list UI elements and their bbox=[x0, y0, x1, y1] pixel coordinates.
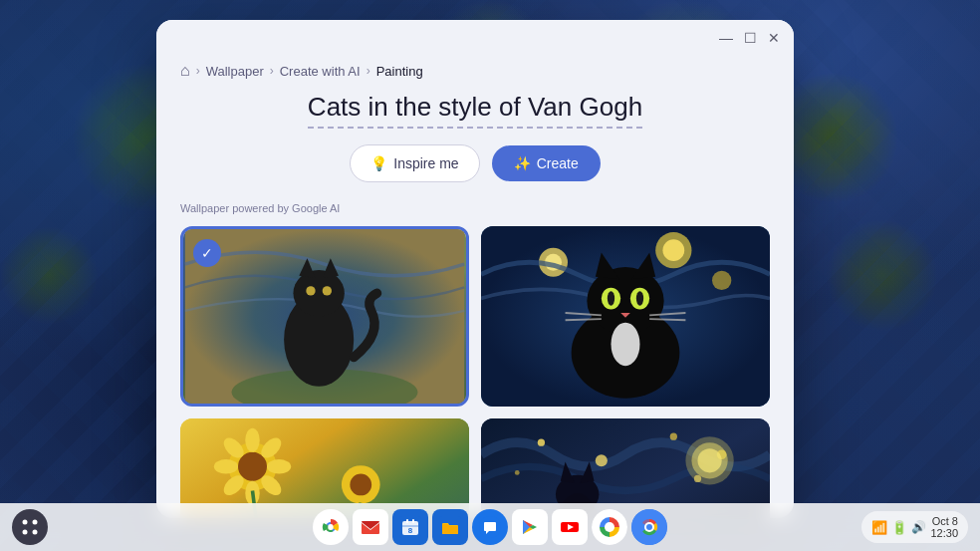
title-bar: — ☐ ✕ bbox=[156, 20, 794, 56]
breadcrumb-painting: Painting bbox=[376, 64, 423, 79]
create-button[interactable]: ✨ Create bbox=[492, 145, 601, 181]
taskbar-left bbox=[12, 509, 48, 545]
tasks-icon[interactable]: 8 bbox=[392, 509, 428, 545]
ai-prompt-title: Cats in the style of Van Gogh bbox=[308, 92, 642, 129]
svg-point-3 bbox=[293, 270, 344, 317]
launcher-button[interactable] bbox=[12, 509, 48, 545]
battery-icon: 🔋 bbox=[891, 520, 907, 535]
create-label: Create bbox=[537, 155, 579, 171]
gmail-icon[interactable] bbox=[353, 509, 388, 545]
svg-point-57 bbox=[23, 520, 28, 525]
svg-point-7 bbox=[323, 286, 332, 295]
system-tray: 📶 🔋 🔊 Oct 8 12:30 bbox=[861, 511, 968, 543]
svg-rect-68 bbox=[412, 519, 414, 523]
close-button[interactable]: ✕ bbox=[766, 30, 782, 46]
inspire-icon: 💡 bbox=[370, 155, 387, 171]
chromeos-icon[interactable] bbox=[631, 509, 667, 545]
breadcrumb-sep-3: › bbox=[367, 64, 370, 78]
svg-text:8: 8 bbox=[408, 526, 413, 535]
inspire-me-button[interactable]: 💡 Inspire me bbox=[350, 144, 479, 182]
svg-line-25 bbox=[649, 319, 685, 320]
taskbar-center: 8 bbox=[313, 509, 667, 545]
photos-icon[interactable] bbox=[592, 509, 627, 545]
svg-point-45 bbox=[596, 455, 608, 467]
maximize-button[interactable]: ☐ bbox=[742, 30, 758, 46]
inspire-label: Inspire me bbox=[393, 155, 458, 171]
svg-point-21 bbox=[636, 291, 643, 306]
svg-point-26 bbox=[612, 323, 640, 367]
chat-icon[interactable] bbox=[472, 509, 508, 545]
svg-point-59 bbox=[23, 530, 28, 535]
svg-point-6 bbox=[306, 286, 315, 295]
svg-point-12 bbox=[662, 239, 684, 261]
svg-point-36 bbox=[214, 459, 238, 474]
search-area: Cats in the style of Van Gogh 💡 Inspire … bbox=[180, 92, 770, 182]
cat-painting-1 bbox=[183, 229, 466, 404]
wallpaper-grid: ✓ bbox=[180, 226, 770, 518]
breadcrumb-sep-1: › bbox=[196, 64, 200, 78]
breadcrumb-create-with-ai[interactable]: Create with AI bbox=[280, 64, 361, 79]
ai-title-container: Cats in the style of Van Gogh bbox=[308, 92, 642, 129]
svg-point-30 bbox=[245, 428, 260, 452]
cat-painting-2 bbox=[481, 226, 770, 407]
action-buttons: 💡 Inspire me ✨ Create bbox=[350, 144, 600, 182]
wallpaper-item-1[interactable]: ✓ bbox=[180, 226, 469, 407]
powered-by-label: Wallpaper powered by Google AI bbox=[180, 202, 770, 214]
svg-point-77 bbox=[605, 522, 614, 532]
svg-point-48 bbox=[515, 470, 520, 475]
selected-checkmark: ✓ bbox=[193, 239, 221, 267]
files-icon[interactable] bbox=[432, 509, 468, 545]
svg-point-39 bbox=[350, 474, 371, 496]
create-icon: ✨ bbox=[514, 155, 531, 171]
main-content: Cats in the style of Van Gogh 💡 Inspire … bbox=[156, 92, 794, 518]
svg-point-46 bbox=[670, 433, 677, 440]
time-display: 12:30 bbox=[930, 527, 958, 539]
status-pill[interactable]: 📶 🔋 🔊 Oct 8 12:30 bbox=[861, 511, 968, 543]
svg-point-29 bbox=[238, 452, 267, 481]
svg-point-56 bbox=[698, 448, 722, 472]
sound-icon: 🔊 bbox=[911, 520, 926, 534]
play-store-icon[interactable] bbox=[512, 509, 548, 545]
breadcrumb: ⌂ › Wallpaper › Create with AI › Paintin… bbox=[156, 56, 794, 92]
breadcrumb-wallpaper[interactable]: Wallpaper bbox=[206, 64, 264, 79]
minimize-button[interactable]: — bbox=[718, 30, 734, 46]
chrome-icon[interactable] bbox=[313, 509, 349, 545]
svg-point-60 bbox=[33, 530, 38, 535]
svg-rect-67 bbox=[406, 519, 408, 523]
app-window: — ☐ ✕ ⌂ › Wallpaper › Create with AI › P… bbox=[156, 20, 794, 518]
date-display: Oct 8 bbox=[932, 515, 958, 527]
svg-point-32 bbox=[267, 459, 291, 474]
breadcrumb-sep-2: › bbox=[270, 64, 274, 78]
svg-point-63 bbox=[328, 524, 334, 530]
taskbar: 8 bbox=[0, 503, 980, 551]
youtube-icon[interactable] bbox=[552, 509, 588, 545]
svg-point-58 bbox=[33, 520, 38, 525]
svg-point-13 bbox=[712, 271, 731, 290]
svg-point-80 bbox=[646, 524, 652, 530]
svg-point-20 bbox=[608, 291, 614, 306]
svg-line-23 bbox=[566, 319, 602, 320]
network-icon: 📶 bbox=[871, 520, 887, 535]
wallpaper-item-2[interactable] bbox=[481, 226, 770, 407]
home-icon[interactable]: ⌂ bbox=[180, 62, 190, 80]
svg-point-44 bbox=[538, 439, 545, 446]
